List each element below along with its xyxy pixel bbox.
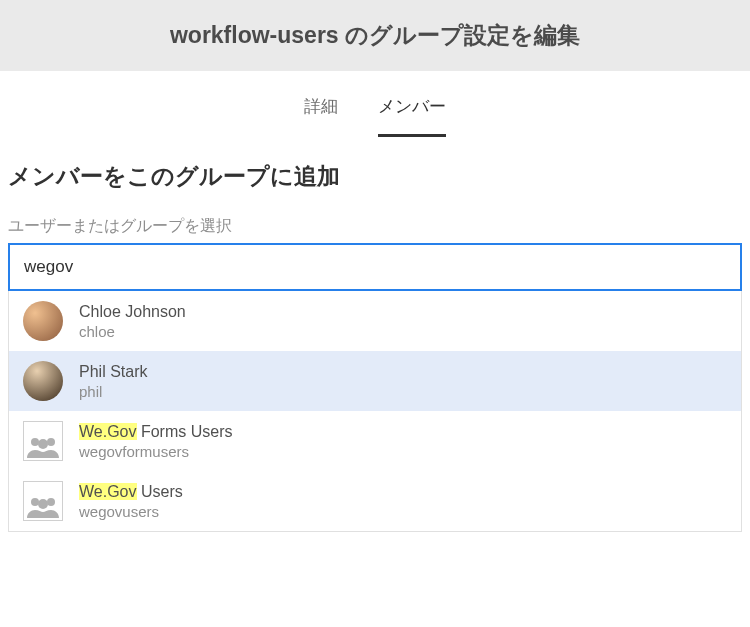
list-item[interactable]: Chloe Johnson chloe (9, 291, 741, 351)
dialog-header: workflow-users のグループ設定を編集 (0, 0, 750, 71)
svg-point-4 (47, 498, 55, 506)
item-sub: wegovusers (79, 503, 183, 520)
group-icon (23, 481, 63, 521)
section-title: メンバーをこのグループに追加 (8, 161, 742, 192)
autocomplete-dropdown: Chloe Johnson chloe Phil Stark phil We.G… (8, 291, 742, 532)
tabs: 詳細 メンバー (0, 71, 750, 137)
svg-point-3 (31, 498, 39, 506)
search-label: ユーザーまたはグループを選択 (8, 216, 742, 237)
item-text: We.Gov Users wegovusers (79, 483, 183, 520)
search-input[interactable] (8, 243, 742, 291)
item-text: Phil Stark phil (79, 363, 147, 400)
item-text: We.Gov Forms Users wegovformusers (79, 423, 233, 460)
svg-point-2 (38, 439, 48, 449)
avatar (23, 301, 63, 341)
list-item[interactable]: We.Gov Users wegovusers (9, 471, 741, 531)
item-text: Chloe Johnson chloe (79, 303, 186, 340)
item-sub: wegovformusers (79, 443, 233, 460)
svg-point-1 (47, 438, 55, 446)
members-section: メンバーをこのグループに追加 ユーザーまたはグループを選択 Chloe John… (0, 137, 750, 291)
item-sub: phil (79, 383, 147, 400)
tab-members[interactable]: メンバー (378, 95, 446, 137)
item-name: Chloe Johnson (79, 303, 186, 321)
item-name: We.Gov Users (79, 483, 183, 501)
list-item[interactable]: We.Gov Forms Users wegovformusers (9, 411, 741, 471)
search-wrap: Chloe Johnson chloe Phil Stark phil We.G… (8, 243, 742, 291)
item-name: Phil Stark (79, 363, 147, 381)
svg-point-0 (31, 438, 39, 446)
avatar (23, 361, 63, 401)
list-item[interactable]: Phil Stark phil (9, 351, 741, 411)
item-name: We.Gov Forms Users (79, 423, 233, 441)
tab-details[interactable]: 詳細 (304, 95, 338, 137)
svg-point-5 (38, 499, 48, 509)
item-sub: chloe (79, 323, 186, 340)
dialog-title: workflow-users のグループ設定を編集 (0, 20, 750, 51)
group-icon (23, 421, 63, 461)
